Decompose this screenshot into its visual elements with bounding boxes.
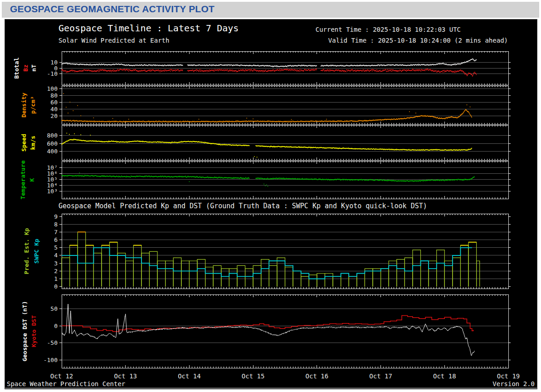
page-header: GEOSPACE GEOMAGNETIC ACTIVITY PLOT	[2, 2, 539, 18]
x-tick-label: Oct 19	[497, 372, 520, 380]
panel-temperature: 10⁷10⁶10⁵10⁴10³TemperatureK	[19, 160, 511, 199]
series-pred-est-kp	[62, 232, 480, 286]
svg-text:8: 8	[54, 221, 58, 228]
svg-text:600: 600	[47, 140, 58, 147]
series-btotal	[61, 59, 477, 67]
svg-text:10³: 10³	[47, 188, 58, 195]
plot-window: 100-10BtotalBznT10080604020Densityp/cm³8…	[5, 19, 537, 389]
page-title: GEOSPACE GEOMAGNETIC ACTIVITY PLOT	[10, 4, 214, 15]
plot-subtitle: Solar Wind Predicted at Earth	[58, 37, 169, 44]
valid-time-label: Valid Time : 2025-10-18 10:24:00 (2 mins…	[328, 37, 508, 44]
series-bz	[61, 69, 477, 77]
axis-label-temperature: K	[29, 178, 35, 181]
svg-text:2: 2	[54, 268, 58, 274]
svg-text:3: 3	[54, 260, 58, 267]
x-tick-label: Oct 18	[433, 372, 456, 380]
svg-text:60: 60	[50, 99, 58, 106]
svg-text:400: 400	[47, 148, 58, 155]
svg-text:-50: -50	[47, 339, 58, 346]
x-tick-label: Oct 15	[242, 372, 265, 380]
svg-text:80: 80	[50, 92, 58, 99]
panel-density: 10080604020Densityp/cm³	[20, 85, 511, 124]
svg-text:40: 40	[50, 106, 58, 113]
svg-text:5: 5	[54, 244, 58, 251]
footer-version: Version 2.0	[492, 380, 535, 388]
footer-source: Space Weather Prediction Center	[7, 380, 125, 388]
x-axis-date-labels: Oct 12Oct 13Oct 14Oct 15Oct 16Oct 17Oct …	[50, 372, 520, 380]
series-temperature	[61, 172, 475, 186]
x-tick-label: Oct 16	[306, 372, 329, 380]
axis-label-imf: Bz	[22, 64, 29, 72]
svg-text:1: 1	[54, 275, 58, 282]
svg-text:-10: -10	[47, 70, 58, 77]
axis-label-kp: Pred. Est. Kp	[23, 228, 30, 274]
axis-label-temperature: Temperature	[19, 160, 26, 199]
axis-label-density: Density	[20, 93, 27, 118]
panel-kp: 9876543210Pred. Est. KpSWPC Kp	[23, 213, 511, 290]
svg-text:0: 0	[54, 283, 58, 290]
kp-dst-section-title: Geospace Model Predicted Kp and DST (Gro…	[58, 202, 427, 210]
series-kyoto-dst	[62, 316, 473, 332]
series-speed	[61, 133, 472, 158]
svg-text:50: 50	[50, 305, 58, 312]
axis-label-speed: km/s	[29, 136, 36, 150]
axis-label-density: p/cm³	[29, 96, 36, 114]
panel-speed: 800600400Speedkm/s	[20, 125, 511, 160]
axis-label-speed: Speed	[20, 134, 27, 152]
x-tick-label: Oct 13	[114, 372, 137, 380]
svg-text:9: 9	[54, 213, 58, 220]
current-time-label: Current Time : 2025-10-18 10:22:03 UTC	[316, 26, 461, 34]
panel-imf: 100-10BtotalBznT	[13, 51, 511, 85]
svg-text:20: 20	[50, 113, 58, 119]
svg-text:800: 800	[47, 132, 58, 139]
axis-label-imf: nT	[30, 64, 37, 72]
plot-bottom-border	[5, 388, 537, 388]
axis-label-kp: SWPC Kp	[33, 239, 40, 264]
panel-dst: 500-50-100Geospace DST (nT)Kyoto DST	[21, 294, 511, 368]
axis-label-dst: Geospace DST (nT)	[21, 301, 28, 361]
x-tick-label: Oct 14	[178, 372, 201, 380]
axis-label-dst: Kyoto DST	[30, 315, 37, 348]
svg-text:6: 6	[54, 236, 58, 243]
svg-text:4: 4	[54, 252, 58, 259]
x-tick-label: Oct 17	[369, 372, 392, 380]
svg-text:100: 100	[47, 85, 58, 92]
svg-text:7: 7	[54, 229, 58, 235]
svg-text:0: 0	[54, 323, 58, 329]
plot-title: Geospace Timeline : Latest 7 Days	[58, 23, 239, 34]
series-density	[61, 93, 472, 122]
x-tick-label: Oct 12	[50, 372, 73, 380]
svg-text:-100: -100	[44, 357, 58, 363]
axis-label-imf: Btotal	[13, 58, 20, 79]
